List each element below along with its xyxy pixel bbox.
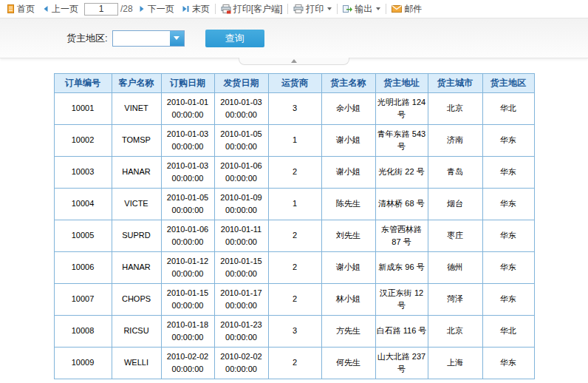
table-row: 10004VICTE2010-01-05 00:00:002010-01-09 … [54, 189, 534, 220]
table-cell: 菏泽 [428, 284, 482, 316]
green-export-arrow-icon [343, 4, 352, 13]
table-cell: 2 [268, 157, 321, 189]
query-button[interactable]: 查询 [205, 30, 264, 47]
table-cell: 华东 [482, 157, 534, 189]
table-cell: 陈先生 [321, 189, 375, 220]
printer-red-badge-icon [221, 4, 231, 14]
table-cell: 2010-02-02 00:00:00 [214, 348, 268, 379]
table-cell: HANAR [112, 157, 161, 189]
table-cell: 2010-01-05 00:00:00 [161, 189, 214, 220]
table-row: 10008RICSU2010-01-18 00:00:002010-01-23 … [54, 316, 534, 348]
toolbar-separator [287, 4, 288, 14]
table-cell: 山大北路 237 号 [375, 348, 428, 379]
table-cell: 谢小姐 [321, 252, 375, 284]
column-header: 货主地区 [482, 74, 534, 93]
table-cell: 华东 [482, 189, 534, 220]
table-cell: 华北 [482, 93, 534, 125]
table-cell: 3 [268, 316, 321, 348]
table-cell: SUPRD [112, 220, 161, 252]
column-header: 货主地址 [375, 74, 428, 93]
collapse-panel-handle[interactable] [239, 58, 349, 65]
pagination-toolbar: 首页 上一页 /28 下一页 末页 打印[客户端 [0, 0, 588, 18]
table-cell: 2010-01-06 00:00:00 [161, 220, 214, 252]
table-cell: 刘先生 [321, 220, 375, 252]
table-cell: 2010-01-17 00:00:00 [214, 284, 268, 316]
first-page-button[interactable]: 首页 [3, 1, 38, 17]
table-cell: 10009 [54, 348, 112, 379]
next-page-button[interactable]: 下一页 [134, 1, 178, 17]
table-cell: 烟台 [428, 189, 482, 220]
parameter-panel: 货主地区: 查询 [0, 18, 588, 58]
table-cell: 10003 [54, 157, 112, 189]
orders-table: 订单编号客户名称订购日期发货日期运货商货主名称货主地址货主城市货主地区 1000… [54, 73, 535, 379]
table-cell: 2 [268, 284, 321, 316]
table-cell: HANAR [112, 252, 161, 284]
toolbar-separator [386, 4, 386, 14]
table-cell: 汉正东街 12 号 [375, 284, 428, 316]
table-cell: 谢小姐 [321, 125, 375, 157]
table-row: 10001VINET2010-01-01 00:00:002010-01-03 … [54, 93, 534, 125]
table-cell: 10004 [54, 189, 112, 220]
chevron-down-icon [327, 7, 332, 10]
table-cell: 光化街 22 号 [375, 157, 428, 189]
region-dropdown-value [113, 31, 170, 46]
next-page-label: 下一页 [148, 3, 174, 16]
table-cell: 华东 [482, 125, 534, 157]
table-cell: VICTE [112, 189, 161, 220]
email-button[interactable]: 邮件 [388, 1, 425, 17]
table-cell: 上海 [428, 348, 482, 379]
table-cell: 林小姐 [321, 284, 375, 316]
column-header: 货主名称 [321, 74, 375, 93]
column-header: 订单编号 [54, 74, 112, 93]
column-header: 货主城市 [428, 74, 482, 93]
region-dropdown[interactable] [112, 30, 185, 47]
table-cell: 1 [268, 189, 321, 220]
table-cell: 10008 [54, 316, 112, 348]
table-row: 10003HANAR2010-01-03 00:00:002010-01-06 … [54, 157, 534, 189]
toolbar-separator [337, 4, 338, 14]
arrow-left-icon [42, 5, 49, 13]
first-page-icon [7, 4, 15, 13]
table-cell: 2 [268, 252, 321, 284]
print-button[interactable]: 打印 [290, 1, 335, 17]
table-cell: 2010-01-15 00:00:00 [161, 284, 214, 316]
table-cell: 余小姐 [321, 93, 375, 125]
chevron-down-icon [376, 7, 380, 10]
table-cell: 2010-01-18 00:00:00 [161, 316, 214, 348]
page-number-input[interactable] [84, 3, 118, 16]
prev-page-button[interactable]: 上一页 [38, 1, 82, 17]
table-cell: 德州 [428, 252, 482, 284]
table-cell: 3 [268, 93, 321, 125]
table-cell: 2010-01-03 00:00:00 [161, 125, 214, 157]
table-cell: RICSU [112, 316, 161, 348]
table-cell: 2010-01-23 00:00:00 [214, 316, 268, 348]
table-cell: 1 [268, 125, 321, 157]
last-page-button[interactable]: 末页 [178, 1, 213, 17]
chevron-up-icon [291, 59, 297, 63]
table-cell: 东管西林路 87 号 [375, 220, 428, 252]
table-cell: 谢小姐 [321, 157, 375, 189]
column-header: 发货日期 [214, 74, 268, 93]
table-cell: 2010-01-06 00:00:00 [214, 157, 268, 189]
table-cell: 华东 [482, 252, 534, 284]
table-cell: 10001 [54, 93, 112, 125]
print-client-button[interactable]: 打印[客户端] [217, 1, 287, 17]
table-cell: 华东 [482, 348, 534, 379]
table-cell: 2010-01-05 00:00:00 [214, 125, 268, 157]
export-button[interactable]: 输出 [339, 1, 384, 17]
last-page-label: 末页 [192, 3, 210, 16]
table-cell: 10007 [54, 284, 112, 316]
prev-page-label: 上一页 [52, 3, 78, 16]
table-cell: 何先生 [321, 348, 375, 379]
table-row: 10002TOMSP2010-01-03 00:00:002010-01-05 … [54, 125, 534, 157]
print-client-label: 打印[客户端] [233, 3, 283, 16]
table-cell: 白石路 116 号 [375, 316, 428, 348]
table-cell: 青年东路 543 号 [375, 125, 428, 157]
table-cell: 2010-02-02 00:00:00 [161, 348, 214, 379]
table-cell: 北京 [428, 93, 482, 125]
dropdown-arrow-button[interactable] [170, 31, 184, 46]
table-cell: 10006 [54, 252, 112, 284]
table-cell: 10005 [54, 220, 112, 252]
table-cell: 枣庄 [428, 220, 482, 252]
table-cell: WELLI [112, 348, 161, 379]
